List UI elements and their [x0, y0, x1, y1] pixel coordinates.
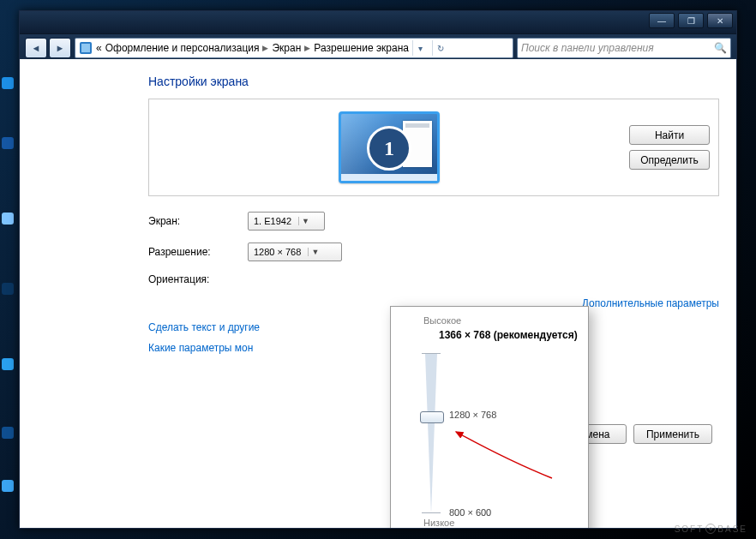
screen-label: Экран:: [148, 215, 248, 227]
breadcrumb-3[interactable]: Разрешение экрана: [314, 42, 409, 54]
resolution-slider[interactable]: 1280 × 768 800 × 600: [410, 353, 578, 516]
find-button[interactable]: Найти: [629, 125, 710, 145]
minimize-icon: —: [657, 16, 666, 26]
breadcrumb-prefix: «: [96, 42, 102, 54]
monitor-number: 1: [367, 126, 411, 171]
slider-thumb[interactable]: [420, 411, 444, 423]
address-refresh-button[interactable]: ↻: [432, 40, 448, 56]
slider-low-label: Низкое: [423, 518, 578, 528]
monitor-thumbnail[interactable]: 1: [339, 111, 440, 183]
close-button[interactable]: ✕: [707, 13, 733, 28]
nav-forward-button[interactable]: ►: [49, 38, 71, 58]
resolution-popup: Высокое 1366 × 768 (рекомендуется) 1280 …: [390, 306, 589, 528]
content-area: Настройки экрана 1 Найти Определить: [20, 59, 736, 528]
chevron-down-icon: ▾: [418, 44, 423, 53]
address-dropdown-button[interactable]: ▾: [412, 40, 429, 56]
control-panel-window: — ❐ ✕ ◄ ► « Оформление и персонализация …: [19, 10, 737, 529]
screen-value: 1. E1942: [254, 216, 291, 226]
orientation-label: Ориентация:: [148, 273, 248, 285]
breadcrumb-1[interactable]: Оформление и персонализация: [105, 42, 260, 54]
annotation-arrow-icon: [449, 427, 561, 495]
screen-combobox[interactable]: 1. E1942 ▼: [248, 212, 325, 231]
svg-rect-1: [81, 44, 90, 52]
close-icon: ✕: [717, 16, 723, 26]
address-bar[interactable]: « Оформление и персонализация ▶ Экран ▶ …: [75, 38, 513, 58]
search-input[interactable]: Поиск в панели управления 🔍: [517, 38, 731, 58]
resolution-label: Разрешение:: [148, 246, 248, 258]
monitor-params-link[interactable]: Какие параметры мон: [148, 342, 253, 354]
breadcrumb-2[interactable]: Экран: [272, 42, 301, 54]
maximize-icon: ❐: [687, 16, 695, 26]
breadcrumb-sep-icon: ▶: [262, 44, 268, 52]
resolution-value: 1280 × 768: [254, 247, 301, 257]
advanced-link[interactable]: Дополнительные параметры: [582, 297, 719, 309]
text-size-link[interactable]: Сделать текст и другие: [148, 321, 260, 333]
page-title: Настройки экрана: [148, 75, 719, 88]
slider-high-label: Высокое: [423, 315, 578, 326]
recommended-resolution: 1366 × 768 (рекомендуется): [439, 329, 578, 341]
refresh-icon: ↻: [437, 44, 444, 53]
watermark: SOFTBASE: [675, 522, 747, 534]
display-preview-panel: 1 Найти Определить: [148, 99, 719, 196]
search-icon: 🔍: [714, 42, 727, 54]
chevron-down-icon: ▼: [298, 217, 312, 225]
apply-button[interactable]: Применить: [633, 424, 712, 444]
min-resolution-option: 800 × 600: [449, 507, 491, 518]
control-panel-icon: [79, 41, 93, 55]
slider-track: [425, 353, 437, 514]
nav-back-button[interactable]: ◄: [25, 38, 47, 58]
desktop-edge-artifacts: [0, 0, 17, 539]
resolution-combobox[interactable]: 1280 × 768 ▼: [248, 243, 342, 261]
chevron-left-icon: ◄: [32, 43, 41, 53]
chevron-down-icon: ▼: [308, 248, 321, 256]
window-titlebar: — ❐ ✕: [20, 11, 736, 34]
breadcrumb-sep-icon: ▶: [304, 44, 310, 52]
maximize-button[interactable]: ❐: [678, 13, 704, 28]
detect-button[interactable]: Определить: [629, 150, 710, 170]
search-placeholder: Поиск в панели управления: [521, 42, 654, 54]
chevron-right-icon: ►: [56, 43, 65, 53]
minimize-button[interactable]: —: [649, 13, 675, 28]
current-resolution-option: 1280 × 768: [449, 410, 496, 420]
